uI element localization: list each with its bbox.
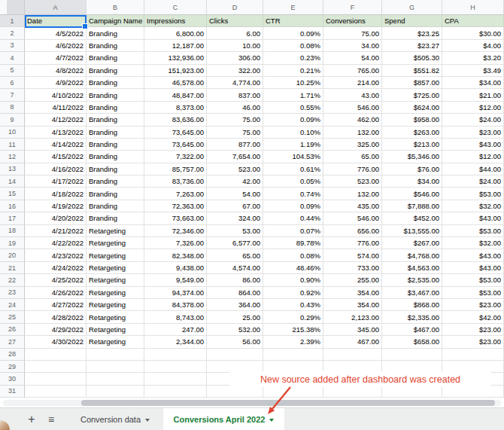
- column-header-A[interactable]: A: [25, 0, 87, 15]
- cell-F2[interactable]: 75.00: [323, 27, 382, 39]
- cell-E28[interactable]: [263, 349, 323, 361]
- cell-A27[interactable]: 4/30/2022: [25, 336, 87, 348]
- header-cell-D1[interactable]: Clicks: [207, 15, 263, 27]
- cell-E5[interactable]: 0.21%: [263, 65, 323, 77]
- cell-E26[interactable]: 215.38%: [263, 324, 323, 336]
- cell-E14[interactable]: 0.05%: [263, 175, 323, 188]
- cell-E19[interactable]: 89.78%: [263, 237, 323, 249]
- cell-H9[interactable]: $24.00: [442, 114, 504, 126]
- column-header-G[interactable]: G: [382, 0, 442, 15]
- row-header-12[interactable]: 12: [0, 151, 25, 163]
- cell-F25[interactable]: 2,123.00: [323, 311, 382, 323]
- cell-B12[interactable]: Branding: [87, 151, 144, 163]
- row-header-2[interactable]: 2: [0, 27, 25, 39]
- cell-G7[interactable]: $725.00: [382, 89, 442, 101]
- cell-B11[interactable]: Branding: [87, 139, 144, 151]
- row-header-14[interactable]: 14: [0, 175, 25, 188]
- cell-C16[interactable]: 72,363.00: [144, 200, 207, 212]
- cell-E31[interactable]: [263, 386, 323, 398]
- cell-E11[interactable]: 1.19%: [263, 139, 323, 151]
- add-sheet-button[interactable]: +: [24, 408, 39, 430]
- cell-B4[interactable]: Branding: [87, 52, 144, 64]
- cell-B10[interactable]: Branding: [87, 127, 144, 139]
- cell-E22[interactable]: 0.90%: [263, 274, 323, 286]
- cell-D13[interactable]: 523.00: [207, 163, 263, 175]
- row-header-22[interactable]: 22: [0, 274, 25, 286]
- cell-B21[interactable]: Retargeting: [87, 262, 144, 274]
- cell-A16[interactable]: 4/19/2022: [25, 200, 87, 212]
- cell-A11[interactable]: 4/14/2022: [25, 139, 87, 151]
- cell-A25[interactable]: 4/28/2022: [25, 311, 87, 323]
- cell-A21[interactable]: 4/24/2022: [25, 262, 87, 274]
- cell-C5[interactable]: 151,923.00: [144, 65, 207, 77]
- cell-C26[interactable]: 247.00: [144, 324, 207, 336]
- cell-A28[interactable]: [25, 349, 87, 361]
- cell-A26[interactable]: 4/29/2022: [25, 324, 87, 336]
- cell-B22[interactable]: Retargeting: [87, 274, 144, 286]
- cell-E9[interactable]: 0.09%: [263, 114, 323, 126]
- cell-C11[interactable]: 73,645.00: [144, 139, 207, 151]
- header-cell-F1[interactable]: Conversions: [323, 15, 382, 27]
- cell-H24[interactable]: $23.00: [442, 299, 504, 311]
- row-header-6[interactable]: 6: [0, 77, 25, 89]
- row-header-8[interactable]: 8: [0, 102, 25, 114]
- cell-G12[interactable]: $5,346.00: [382, 151, 442, 163]
- cell-B20[interactable]: Retargeting: [87, 249, 144, 261]
- cell-D20[interactable]: 65.00: [207, 249, 263, 261]
- cell-C25[interactable]: 8,743.00: [144, 311, 207, 323]
- cell-C22[interactable]: 9,549.00: [144, 274, 207, 286]
- cell-C2[interactable]: 6,800.00: [144, 27, 207, 39]
- cell-G13[interactable]: $76.00: [382, 163, 442, 175]
- cell-D21[interactable]: 4,574.00: [207, 262, 263, 274]
- cell-A9[interactable]: 4/12/2022: [25, 114, 87, 126]
- cell-H23[interactable]: $53.00: [442, 287, 504, 299]
- cell-C7[interactable]: 48,847.00: [144, 89, 207, 101]
- row-header-30[interactable]: 30: [0, 373, 25, 385]
- cell-E23[interactable]: 0.92%: [263, 287, 323, 299]
- cell-G25[interactable]: $2,335.00: [382, 311, 442, 323]
- row-header-23[interactable]: 23: [0, 287, 25, 299]
- cell-G9[interactable]: $958.00: [382, 114, 442, 126]
- cell-A7[interactable]: 4/10/2022: [25, 89, 87, 101]
- row-header-18[interactable]: 18: [0, 225, 25, 237]
- cell-C4[interactable]: 132,936.00: [144, 52, 207, 64]
- row-header-26[interactable]: 26: [0, 324, 25, 336]
- row-header-13[interactable]: 13: [0, 163, 25, 175]
- cell-D31[interactable]: [207, 386, 263, 398]
- cell-D23[interactable]: 864.00: [207, 287, 263, 299]
- cell-D14[interactable]: 42.00: [207, 175, 263, 188]
- scrollbar-thumb[interactable]: [81, 400, 495, 406]
- cell-G23[interactable]: $3,467.00: [382, 287, 442, 299]
- cell-G3[interactable]: $23.27: [382, 40, 442, 52]
- cell-H11[interactable]: $43.00: [442, 139, 504, 151]
- select-all-corner[interactable]: [0, 0, 25, 15]
- cell-C29[interactable]: [144, 361, 207, 373]
- header-cell-B1[interactable]: Campaign Name: [87, 15, 144, 27]
- cell-E24[interactable]: 0.43%: [263, 299, 323, 311]
- cell-D7[interactable]: 837.00: [207, 89, 263, 101]
- cell-A22[interactable]: 4/25/2022: [25, 274, 87, 286]
- cell-C14[interactable]: 83,736.00: [144, 175, 207, 188]
- cell-B26[interactable]: Retargeting: [87, 324, 144, 336]
- cell-A31[interactable]: [25, 386, 87, 398]
- cell-D12[interactable]: 7,654.00: [207, 151, 263, 163]
- cell-H10[interactable]: $23.00: [442, 127, 504, 139]
- cell-F6[interactable]: 214.00: [323, 77, 382, 89]
- cell-C19[interactable]: 7,326.00: [144, 237, 207, 249]
- column-header-B[interactable]: B: [87, 0, 144, 15]
- cell-H14[interactable]: $24.00: [442, 175, 504, 188]
- cell-B18[interactable]: Retargeting: [87, 225, 144, 237]
- cell-C15[interactable]: 7,263.00: [144, 188, 207, 200]
- cell-G19[interactable]: $267.00: [382, 237, 442, 249]
- cell-G5[interactable]: $551.82: [382, 65, 442, 77]
- cell-B8[interactable]: Branding: [87, 102, 144, 114]
- row-header-9[interactable]: 9: [0, 114, 25, 126]
- column-header-D[interactable]: D: [207, 0, 263, 15]
- cell-H26[interactable]: $23.00: [442, 324, 504, 336]
- cell-F3[interactable]: 34.00: [323, 40, 382, 52]
- cell-B15[interactable]: Branding: [87, 188, 144, 200]
- cell-C23[interactable]: 94,374.00: [144, 287, 207, 299]
- cell-E3[interactable]: 0.08%: [263, 40, 323, 52]
- cell-A15[interactable]: 4/18/2022: [25, 188, 87, 200]
- cell-B16[interactable]: Branding: [87, 200, 144, 212]
